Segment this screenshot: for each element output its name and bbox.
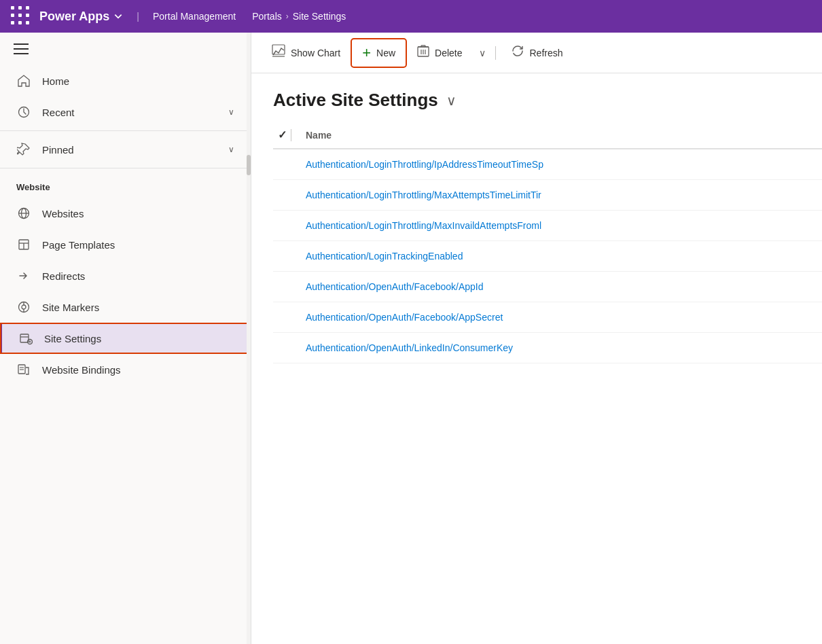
table-name-header: Name [300,130,822,141]
table-check-header: ✓ [273,128,300,141]
refresh-icon [511,44,524,61]
table-row[interactable]: Authentication/OpenAuth/LinkedIn/Consume… [273,333,822,363]
delete-button[interactable]: Delete [408,39,471,67]
app-name[interactable]: Power Apps [39,10,123,24]
sidebar-item-site-settings-label: Site Settings [44,333,234,344]
sidebar-item-site-markers[interactable]: Site Markers [0,291,251,323]
refresh-label: Refresh [530,48,563,58]
sidebar-scrollbar [247,33,251,644]
content-area: Show Chart + New [251,33,822,644]
table-row[interactable]: Authentication/LoginThrottling/IpAddress… [273,149,822,180]
redirects-icon [16,268,31,283]
app-grid-button[interactable] [11,6,31,26]
new-button[interactable]: + New [353,40,405,66]
toolbar: Show Chart + New [251,33,822,73]
sidebar-item-website-bindings-label: Website Bindings [42,364,234,376]
show-chart-button[interactable]: Show Chart [262,39,350,67]
sidebar-item-home[interactable]: Home [0,65,251,96]
breadcrumb: Portals › Site Settings [252,11,346,22]
new-icon: + [362,46,371,60]
content-header: Active Site Settings ∨ [251,73,822,122]
toolbar-divider [495,46,496,60]
table-header: ✓ Name [273,122,822,149]
title-chevron-icon[interactable]: ∨ [446,92,457,109]
sidebar-item-redirects[interactable]: Redirects [0,260,251,291]
main-layout: Home Recent ∨ Pinned ∨ Website [0,33,822,644]
websites-icon [16,206,31,221]
sidebar-divider-2 [0,168,251,168]
refresh-button[interactable]: Refresh [501,39,573,67]
table-row[interactable]: Authentication/OpenAuth/Facebook/AppId [273,272,822,302]
sidebar-scrollbar-thumb [247,155,251,175]
portal-management-label[interactable]: Portal Management [153,11,236,22]
col-divider [291,129,291,141]
table-row[interactable]: Authentication/LoginThrottling/MaxAttemp… [273,180,822,211]
sidebar-item-site-settings[interactable]: Site Settings [0,323,251,354]
home-icon [16,73,31,88]
table-row-name[interactable]: Authentication/LoginTrackingEnabled [300,251,822,262]
sidebar-item-recent[interactable]: Recent ∨ [0,96,251,128]
recent-chevron-icon: ∨ [228,107,234,117]
page-templates-icon [16,237,31,252]
recent-icon [16,105,31,120]
table-row-name[interactable]: Authentication/LoginThrottling/IpAddress… [300,159,822,170]
sidebar-divider-1 [0,130,251,131]
sidebar-item-websites-label: Websites [42,208,234,219]
table-area: ✓ Name Authentication/LoginThrottling/Ip… [251,122,822,644]
show-chart-icon [272,44,285,61]
check-icon: ✓ [278,128,287,141]
show-chart-label: Show Chart [291,48,340,58]
breadcrumb-current: Site Settings [293,11,346,22]
breadcrumb-chevron: › [286,12,289,21]
table-row-name[interactable]: Authentication/LoginThrottling/MaxAttemp… [300,190,822,200]
sidebar-item-pinned-label: Pinned [42,144,217,156]
pinned-icon [16,142,31,157]
sidebar-item-websites[interactable]: Websites [0,198,251,229]
dropdown-chevron-icon: ∨ [479,48,486,58]
delete-icon [417,44,429,61]
sidebar-item-site-markers-label: Site Markers [42,302,234,313]
page-title: Active Site Settings [273,90,438,111]
hamburger-menu[interactable] [0,33,251,65]
site-markers-icon [16,300,31,315]
website-section-title: Website [0,171,251,198]
breadcrumb-portals[interactable]: Portals [252,11,282,22]
sidebar: Home Recent ∨ Pinned ∨ Website [0,33,251,644]
sidebar-item-page-templates-label: Page Templates [42,239,234,251]
pinned-chevron-icon: ∨ [228,145,234,154]
table-row-name[interactable]: Authentication/LoginThrottling/MaxInvail… [300,220,822,231]
table-row-name[interactable]: Authentication/OpenAuth/Facebook/AppSecr… [300,312,822,323]
sidebar-item-pinned[interactable]: Pinned ∨ [0,134,251,165]
sidebar-item-redirects-label: Redirects [42,270,234,282]
new-label: New [376,48,395,58]
table-row[interactable]: Authentication/OpenAuth/Facebook/AppSecr… [273,302,822,333]
delete-label: Delete [435,48,462,58]
sidebar-item-home-label: Home [42,75,234,87]
website-bindings-icon [16,362,31,377]
table-row[interactable]: Authentication/LoginThrottling/MaxInvail… [273,211,822,241]
sidebar-item-recent-label: Recent [42,107,217,118]
table-row-name[interactable]: Authentication/OpenAuth/Facebook/AppId [300,281,822,292]
table-row-name[interactable]: Authentication/OpenAuth/LinkedIn/Consume… [300,342,822,353]
site-settings-icon [18,331,33,346]
svg-point-8 [22,305,26,309]
sidebar-item-website-bindings[interactable]: Website Bindings [0,354,251,385]
table-row[interactable]: Authentication/LoginTrackingEnabled [273,241,822,272]
topbar: Power Apps | Portal Management Portals ›… [0,0,822,33]
delete-dropdown-button[interactable]: ∨ [475,42,490,64]
sidebar-item-page-templates[interactable]: Page Templates [0,229,251,260]
